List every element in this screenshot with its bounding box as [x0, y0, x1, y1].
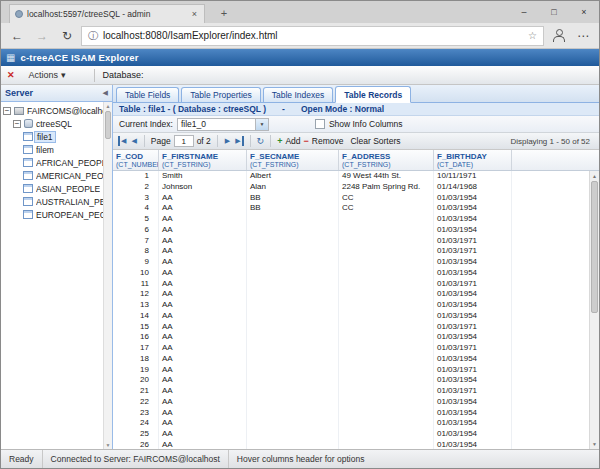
table-row[interactable]: 4 AA BB CC 01/03/1954: [113, 203, 589, 214]
refresh-grid-icon[interactable]: ↻: [257, 136, 265, 146]
tree-node-server[interactable]: − FAIRCOMS@localhost: [1, 104, 103, 117]
scrollbar-thumb[interactable]: [591, 181, 598, 313]
table-row[interactable]: 14 AA 01/03/1954: [113, 311, 589, 322]
tree-node-table[interactable]: AFRICAN_PEOPLE: [1, 156, 103, 169]
open-mode-info: Open Mode : Normal: [301, 104, 384, 114]
main-area: Server ◀ − FAIRCOMS@localhost − ctreeSQL: [1, 85, 599, 449]
expander-icon[interactable]: −: [13, 120, 21, 128]
table-row[interactable]: 6 AA 01/03/1954: [113, 225, 589, 236]
table-row[interactable]: 12 AA 01/03/1954: [113, 289, 589, 300]
table-row[interactable]: 22 AA 01/03/1954: [113, 397, 589, 408]
collapse-panel-icon[interactable]: ◀: [103, 89, 108, 97]
cell-f-birthday: 01/03/1954: [434, 311, 512, 322]
current-index-combo[interactable]: file1_0 ▼: [177, 118, 269, 131]
remove-record-icon[interactable]: −: [304, 136, 309, 146]
address-bar[interactable]: ⓘ localhost:8080/IsamExplorer/index.html…: [81, 26, 544, 46]
back-button[interactable]: ←: [6, 26, 28, 46]
column-header-f-birthday[interactable]: F_BIRTHDAY (CT_DATE): [434, 150, 512, 170]
table-row[interactable]: 17 AA 01/03/1971: [113, 343, 589, 354]
grid-scrollbar[interactable]: ▲ ▼: [589, 171, 599, 449]
page-number-input[interactable]: [174, 135, 194, 147]
table-row[interactable]: 20 AA 01/03/1954: [113, 375, 589, 386]
tab[interactable]: Table Properties: [181, 87, 260, 102]
disconnect-icon[interactable]: ✕: [7, 70, 15, 80]
scroll-down-icon[interactable]: ▼: [104, 442, 112, 448]
expander-icon[interactable]: −: [3, 107, 11, 115]
tree-node-table[interactable]: AMERICAN_PEOPLE: [1, 169, 103, 182]
cell-f-address: [339, 257, 434, 268]
page-label: Page: [151, 136, 171, 146]
scroll-up-icon[interactable]: ▲: [104, 103, 112, 109]
table-row[interactable]: 1 Smith Albert 49 West 44th St. 10/11/19…: [113, 171, 589, 182]
table-row[interactable]: 23 AA 01/03/1954: [113, 408, 589, 419]
next-page-icon[interactable]: ▶: [224, 136, 231, 146]
add-record-icon[interactable]: +: [277, 136, 282, 146]
table-row[interactable]: 21 AA 01/03/1971: [113, 386, 589, 397]
actions-menu-button[interactable]: Actions ▾: [23, 68, 72, 82]
scrollbar-thumb[interactable]: [105, 111, 111, 139]
scroll-up-icon[interactable]: ▲: [590, 173, 599, 179]
table-row[interactable]: 8 AA 01/03/1971: [113, 246, 589, 257]
pager-separator: [217, 135, 218, 147]
tree-node-table[interactable]: file1: [1, 130, 103, 143]
tree-node-table[interactable]: ASIAN_PEOPLE: [1, 182, 103, 195]
cell-f-secname: BB: [247, 203, 339, 214]
column-header-f-firstname[interactable]: F_FIRSTNAME (CT_FSTRING): [159, 150, 247, 170]
clear-sorters-button[interactable]: Clear Sorters: [350, 136, 400, 146]
cell-f-address: [339, 300, 434, 311]
combo-dropdown-icon[interactable]: ▼: [255, 119, 268, 130]
tree-node-database[interactable]: − ctreeSQL: [1, 117, 103, 130]
table-row[interactable]: 15 AA 01/03/1971: [113, 322, 589, 333]
settings-menu-button[interactable]: ⋯: [572, 26, 594, 46]
maximize-button[interactable]: □: [539, 1, 569, 23]
table-row[interactable]: 18 AA 01/03/1954: [113, 354, 589, 365]
close-button[interactable]: ×: [569, 1, 599, 23]
cell-f-address: [339, 322, 434, 333]
refresh-button[interactable]: ↻: [56, 26, 78, 46]
first-page-icon[interactable]: ◀: [118, 136, 127, 146]
column-header-f-cod[interactable]: F_COD (CT_NUMBER): [113, 150, 159, 170]
add-record-button[interactable]: Add: [285, 136, 300, 146]
table-row[interactable]: 13 AA 01/03/1954: [113, 300, 589, 311]
table-row[interactable]: 10 AA 01/03/1954: [113, 268, 589, 279]
tree-node-table[interactable]: filem: [1, 143, 103, 156]
table-row[interactable]: 11 AA 01/03/1971: [113, 279, 589, 290]
cell-f-address: [339, 246, 434, 257]
table-row[interactable]: 26 AA 01/03/1954: [113, 440, 589, 449]
table-row[interactable]: 24 AA 01/03/1954: [113, 418, 589, 429]
table-row[interactable]: 5 AA 01/03/1954: [113, 214, 589, 225]
tree-node-table[interactable]: EUROPEAN_PEOPLE: [1, 208, 103, 221]
tab[interactable]: Table Fields: [116, 87, 179, 102]
column-header-f-address[interactable]: F_ADDRESS (CT_FSTRING): [339, 150, 434, 170]
tab-close-icon[interactable]: ×: [190, 9, 199, 19]
table-row[interactable]: 2 Johnson Alan 2248 Palm Spring Rd. 01/1…: [113, 182, 589, 193]
table-row[interactable]: 3 AA BB CC 01/03/1954: [113, 193, 589, 204]
profile-button[interactable]: [547, 26, 569, 46]
prev-page-icon[interactable]: ◀: [130, 136, 137, 146]
table-row[interactable]: 25 AA 01/03/1954: [113, 429, 589, 440]
table-row[interactable]: 9 AA 01/03/1954: [113, 257, 589, 268]
tree-table-list: file1 filem AFRICAN_PEOPLE: [1, 130, 103, 221]
site-info-icon[interactable]: ⓘ: [88, 29, 98, 43]
forward-button[interactable]: →: [31, 26, 53, 46]
column-header-f-secname[interactable]: F_SECNAME (CT_FSTRING): [247, 150, 339, 170]
new-tab-button[interactable]: +: [211, 5, 237, 22]
remove-record-button[interactable]: Remove: [312, 136, 344, 146]
favorites-star-icon[interactable]: ☆: [528, 30, 537, 41]
table-row[interactable]: 7 AA 01/03/1971: [113, 236, 589, 247]
cell-filler: [512, 429, 589, 440]
table-icon: [23, 171, 33, 180]
table-row[interactable]: 16 AA 01/03/1954: [113, 332, 589, 343]
browser-tab[interactable]: localhost:5597/ctreeSQL - admin ×: [9, 4, 205, 23]
show-info-columns-checkbox[interactable]: [315, 119, 325, 129]
url-text: localhost:8080/IsamExplorer/index.html: [103, 30, 523, 41]
tree-label: filem: [36, 145, 54, 155]
scroll-down-icon[interactable]: ▼: [590, 441, 599, 447]
tree-node-table[interactable]: AUSTRALIAN_PEOPLE: [1, 195, 103, 208]
last-page-icon[interactable]: ▶: [234, 136, 243, 146]
tab[interactable]: Table Indexes: [263, 87, 333, 102]
minimize-button[interactable]: –: [509, 1, 539, 23]
tab[interactable]: Table Records: [335, 86, 411, 103]
sidebar-scrollbar[interactable]: ▲ ▼: [103, 102, 112, 449]
table-row[interactable]: 19 AA 01/03/1971: [113, 365, 589, 376]
